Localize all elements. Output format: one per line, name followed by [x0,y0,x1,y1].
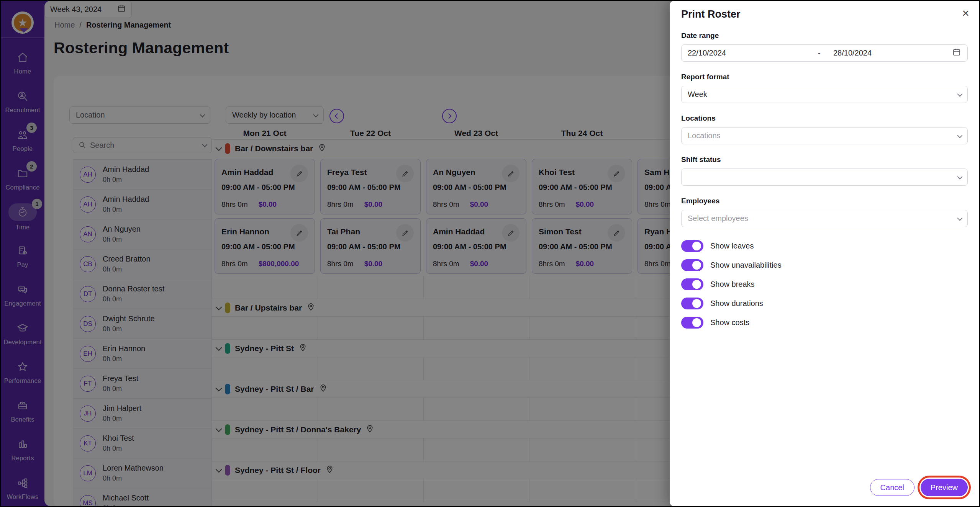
toggle-switch[interactable] [681,298,703,309]
chevron-down-icon [957,215,962,221]
panel-footer: Cancel Preview [870,479,968,496]
employees-label: Employees [681,197,968,205]
date-range-label: Date range [681,31,968,40]
toggle-label: Show costs [710,318,749,327]
panel-title: Print Roster [681,8,968,20]
report-format-label: Report format [681,73,968,81]
toggle-label: Show breaks [710,280,755,289]
toggle-switch[interactable] [681,317,703,329]
date-range-separator: - [818,49,833,57]
close-icon[interactable]: × [962,7,969,19]
toggle-row: Show costs [681,317,968,329]
toggle-row: Show durations [681,298,968,309]
toggle-label: Show unavailabilities [710,261,782,270]
chevron-down-icon [957,132,962,138]
toggle-switch[interactable] [681,240,703,252]
cancel-button[interactable]: Cancel [870,479,914,496]
date-start-value[interactable]: 22/10/2024 [688,49,818,57]
toggle-switch[interactable] [681,278,703,290]
report-format-select[interactable]: Week [681,86,968,103]
toggle-label: Show leaves [710,242,754,250]
shift-status-select[interactable] [681,168,968,186]
locations-label: Locations [681,114,968,123]
date-range-input[interactable]: 22/10/2024 - 28/10/2024 [681,44,968,62]
employees-select[interactable]: Select employees [681,210,968,227]
preview-button[interactable]: Preview [921,479,968,496]
calendar-icon[interactable] [952,47,961,59]
shift-status-label: Shift status [681,155,968,164]
report-format-value: Week [688,90,707,99]
toggle-options: Show leaves Show unavailabilities Show b… [681,240,968,329]
date-end-value[interactable]: 28/10/2024 [833,49,872,57]
toggle-row: Show leaves [681,240,968,252]
toggle-label: Show durations [710,299,763,308]
locations-select[interactable]: Locations [681,127,968,144]
employees-placeholder: Select employees [688,214,748,223]
toggle-row: Show unavailabilities [681,259,968,271]
chevron-down-icon [957,91,962,96]
chevron-down-icon [957,174,962,179]
toggle-row: Show breaks [681,278,968,290]
print-roster-panel: Print Roster × Date range 22/10/2024 - 2… [670,1,979,506]
toggle-switch[interactable] [681,259,703,271]
locations-placeholder: Locations [688,131,721,140]
app-window: ★ Home Recruitment 3 [0,0,980,507]
